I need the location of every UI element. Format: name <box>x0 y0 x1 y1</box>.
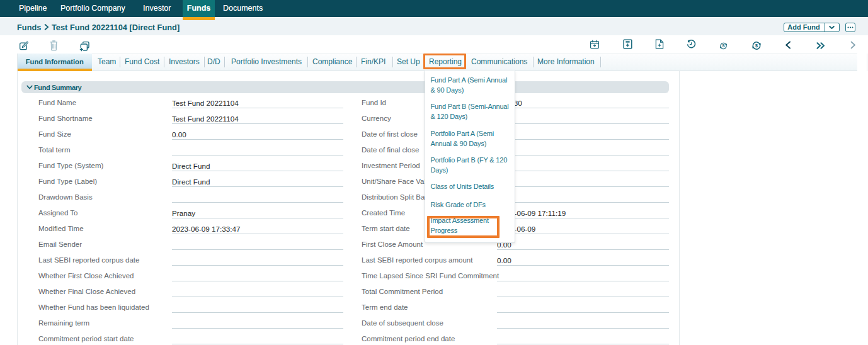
svg-text:S: S <box>722 43 725 48</box>
svg-text:$: $ <box>755 43 758 48</box>
